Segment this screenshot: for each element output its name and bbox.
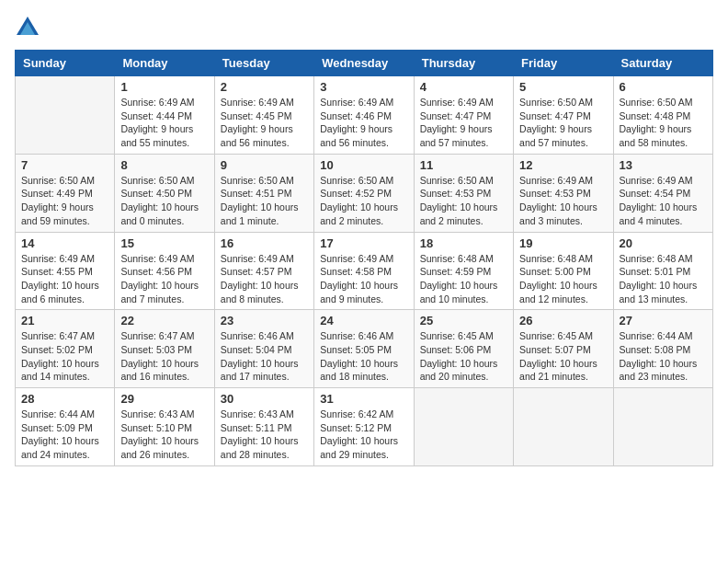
day-info: Sunrise: 6:46 AMSunset: 5:04 PMDaylight:… (221, 329, 308, 384)
calendar-day-cell: 5Sunrise: 6:50 AMSunset: 4:47 PMDaylight… (514, 76, 613, 155)
day-info: Sunrise: 6:49 AMSunset: 4:55 PMDaylight:… (21, 252, 108, 306)
day-number: 20 (620, 236, 707, 250)
day-info: Sunrise: 6:50 AMSunset: 4:49 PMDaylight:… (21, 174, 108, 228)
calendar-day-cell: 19Sunrise: 6:48 AMSunset: 5:00 PMDayligh… (514, 232, 613, 310)
day-info: Sunrise: 6:42 AMSunset: 5:12 PMDaylight:… (320, 408, 407, 462)
calendar-day-cell: 27Sunrise: 6:44 AMSunset: 5:08 PMDayligh… (613, 310, 712, 388)
calendar-day-cell: 4Sunrise: 6:49 AMSunset: 4:47 PMDaylight… (414, 76, 513, 155)
logo-icon (15, 15, 40, 40)
day-number: 19 (519, 236, 607, 250)
day-number: 21 (21, 314, 108, 327)
day-info: Sunrise: 6:50 AMSunset: 4:52 PMDaylight:… (320, 174, 407, 228)
calendar-day-cell: 3Sunrise: 6:49 AMSunset: 4:46 PMDaylight… (314, 76, 414, 155)
day-number: 8 (120, 158, 208, 172)
weekday-header: Thursday (414, 51, 513, 76)
calendar-day-cell: 7Sunrise: 6:50 AMSunset: 4:49 PMDaylight… (16, 154, 115, 232)
day-info: Sunrise: 6:49 AMSunset: 4:45 PMDaylight:… (221, 96, 308, 150)
day-number: 7 (21, 158, 108, 172)
calendar-day-cell (414, 388, 513, 466)
day-number: 30 (221, 392, 308, 406)
calendar-day-cell: 8Sunrise: 6:50 AMSunset: 4:50 PMDaylight… (115, 154, 214, 232)
day-number: 12 (519, 158, 607, 172)
day-number: 6 (620, 80, 707, 94)
calendar-week-row: 7Sunrise: 6:50 AMSunset: 4:49 PMDaylight… (16, 154, 713, 232)
calendar-day-cell: 31Sunrise: 6:42 AMSunset: 5:12 PMDayligh… (314, 388, 414, 466)
calendar-day-cell: 23Sunrise: 6:46 AMSunset: 5:04 PMDayligh… (214, 310, 313, 388)
calendar-day-cell: 2Sunrise: 6:49 AMSunset: 4:45 PMDaylight… (214, 76, 313, 155)
header (15, 15, 713, 40)
day-number: 3 (320, 80, 407, 94)
day-number: 29 (120, 392, 208, 406)
day-number: 24 (320, 314, 407, 327)
calendar-day-cell: 6Sunrise: 6:50 AMSunset: 4:48 PMDaylight… (613, 76, 712, 155)
weekday-header: Wednesday (314, 51, 414, 76)
calendar-day-cell: 13Sunrise: 6:49 AMSunset: 4:54 PMDayligh… (613, 154, 712, 232)
day-number: 10 (320, 158, 407, 172)
day-number: 11 (420, 158, 507, 172)
day-number: 16 (221, 236, 308, 250)
day-info: Sunrise: 6:45 AMSunset: 5:07 PMDaylight:… (519, 329, 607, 384)
day-info: Sunrise: 6:47 AMSunset: 5:02 PMDaylight:… (21, 329, 108, 384)
day-number: 23 (221, 314, 308, 327)
calendar-day-cell: 1Sunrise: 6:49 AMSunset: 4:44 PMDaylight… (115, 76, 214, 155)
day-info: Sunrise: 6:50 AMSunset: 4:50 PMDaylight:… (120, 174, 208, 228)
calendar-header: SundayMondayTuesdayWednesdayThursdayFrid… (16, 51, 713, 76)
calendar-day-cell: 21Sunrise: 6:47 AMSunset: 5:02 PMDayligh… (16, 310, 115, 388)
calendar-day-cell: 17Sunrise: 6:49 AMSunset: 4:58 PMDayligh… (314, 232, 414, 310)
day-info: Sunrise: 6:45 AMSunset: 5:06 PMDaylight:… (420, 329, 507, 384)
day-info: Sunrise: 6:44 AMSunset: 5:08 PMDaylight:… (620, 329, 707, 384)
day-info: Sunrise: 6:49 AMSunset: 4:53 PMDaylight:… (519, 174, 607, 228)
calendar-day-cell: 18Sunrise: 6:48 AMSunset: 4:59 PMDayligh… (414, 232, 513, 310)
calendar-day-cell: 24Sunrise: 6:46 AMSunset: 5:05 PMDayligh… (314, 310, 414, 388)
weekday-header: Sunday (16, 51, 115, 76)
calendar-body: 1Sunrise: 6:49 AMSunset: 4:44 PMDaylight… (16, 76, 713, 466)
day-number: 26 (519, 314, 607, 327)
day-info: Sunrise: 6:48 AMSunset: 5:01 PMDaylight:… (620, 252, 707, 306)
weekday-header: Saturday (613, 51, 712, 76)
calendar-day-cell: 12Sunrise: 6:49 AMSunset: 4:53 PMDayligh… (514, 154, 613, 232)
day-info: Sunrise: 6:49 AMSunset: 4:44 PMDaylight:… (120, 96, 208, 150)
weekday-header: Tuesday (214, 51, 313, 76)
calendar-week-row: 28Sunrise: 6:44 AMSunset: 5:09 PMDayligh… (16, 388, 713, 466)
day-number: 1 (120, 80, 208, 94)
day-number: 15 (120, 236, 208, 250)
calendar-day-cell: 25Sunrise: 6:45 AMSunset: 5:06 PMDayligh… (414, 310, 513, 388)
weekday-header: Monday (115, 51, 214, 76)
day-number: 18 (420, 236, 507, 250)
calendar-day-cell: 9Sunrise: 6:50 AMSunset: 4:51 PMDaylight… (214, 154, 313, 232)
day-info: Sunrise: 6:46 AMSunset: 5:05 PMDaylight:… (320, 329, 407, 384)
day-info: Sunrise: 6:43 AMSunset: 5:11 PMDaylight:… (221, 408, 308, 462)
weekday-header: Friday (514, 51, 613, 76)
day-info: Sunrise: 6:49 AMSunset: 4:47 PMDaylight:… (420, 96, 507, 150)
day-number: 13 (620, 158, 707, 172)
day-number: 5 (519, 80, 607, 94)
calendar-day-cell: 20Sunrise: 6:48 AMSunset: 5:01 PMDayligh… (613, 232, 712, 310)
day-number: 14 (21, 236, 108, 250)
day-info: Sunrise: 6:49 AMSunset: 4:54 PMDaylight:… (620, 174, 707, 228)
calendar-week-row: 21Sunrise: 6:47 AMSunset: 5:02 PMDayligh… (16, 310, 713, 388)
calendar-day-cell: 15Sunrise: 6:49 AMSunset: 4:56 PMDayligh… (115, 232, 214, 310)
calendar-day-cell: 11Sunrise: 6:50 AMSunset: 4:53 PMDayligh… (414, 154, 513, 232)
day-info: Sunrise: 6:49 AMSunset: 4:56 PMDaylight:… (120, 252, 208, 306)
calendar-day-cell: 16Sunrise: 6:49 AMSunset: 4:57 PMDayligh… (214, 232, 313, 310)
day-info: Sunrise: 6:49 AMSunset: 4:46 PMDaylight:… (320, 96, 407, 150)
calendar-week-row: 1Sunrise: 6:49 AMSunset: 4:44 PMDaylight… (16, 76, 713, 155)
calendar-day-cell: 30Sunrise: 6:43 AMSunset: 5:11 PMDayligh… (214, 388, 313, 466)
day-number: 2 (221, 80, 308, 94)
day-info: Sunrise: 6:50 AMSunset: 4:47 PMDaylight:… (519, 96, 607, 150)
weekday-row: SundayMondayTuesdayWednesdayThursdayFrid… (16, 51, 713, 76)
calendar-day-cell (613, 388, 712, 466)
calendar-day-cell (514, 388, 613, 466)
day-number: 17 (320, 236, 407, 250)
day-info: Sunrise: 6:50 AMSunset: 4:51 PMDaylight:… (221, 174, 308, 228)
calendar-day-cell: 22Sunrise: 6:47 AMSunset: 5:03 PMDayligh… (115, 310, 214, 388)
day-info: Sunrise: 6:49 AMSunset: 4:58 PMDaylight:… (320, 252, 407, 306)
logo (15, 15, 44, 40)
day-number: 4 (420, 80, 507, 94)
calendar-day-cell: 10Sunrise: 6:50 AMSunset: 4:52 PMDayligh… (314, 154, 414, 232)
calendar-day-cell: 28Sunrise: 6:44 AMSunset: 5:09 PMDayligh… (16, 388, 115, 466)
day-info: Sunrise: 6:44 AMSunset: 5:09 PMDaylight:… (21, 408, 108, 462)
day-info: Sunrise: 6:47 AMSunset: 5:03 PMDaylight:… (120, 329, 208, 384)
calendar-day-cell: 29Sunrise: 6:43 AMSunset: 5:10 PMDayligh… (115, 388, 214, 466)
day-info: Sunrise: 6:48 AMSunset: 4:59 PMDaylight:… (420, 252, 507, 306)
